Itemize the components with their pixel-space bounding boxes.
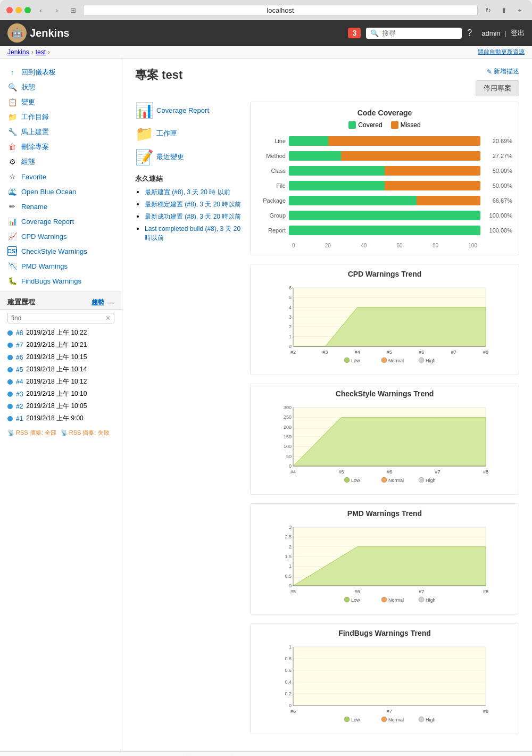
build-status-dot: [7, 392, 13, 397]
perm-links-list: 最新建置 (#8), 3 天 20 時 以前 最新穩定建置 (#8), 3 天 …: [135, 188, 242, 243]
changes-icon: 📋: [7, 97, 17, 107]
sidebar-item-open-blue-ocean[interactable]: 🌊 Open Blue Ocean: [0, 184, 122, 199]
sidebar-item-workspace[interactable]: 📁 工作目錄: [0, 110, 122, 124]
new-tab-button[interactable]: +: [514, 4, 526, 16]
logout-label[interactable]: 登出: [511, 28, 525, 38]
rss-all-link[interactable]: 📡 RSS 摘要: 全部: [7, 429, 56, 437]
svg-text:#6: #6: [419, 350, 424, 355]
sidebar-link-coverage-report[interactable]: Coverage Report: [21, 218, 74, 226]
build-link-7[interactable]: #7: [16, 342, 23, 349]
build-link-5[interactable]: #5: [16, 366, 23, 373]
sidebar-item-build-now[interactable]: 🔧 馬上建置: [0, 124, 122, 139]
build-search[interactable]: ✕: [7, 313, 114, 323]
clear-search-button[interactable]: ✕: [105, 314, 111, 322]
breadcrumb-sep1: ›: [31, 48, 34, 56]
grid-button[interactable]: ⊞: [67, 4, 79, 16]
svg-text:#7: #7: [451, 350, 456, 355]
sidebar-item-rename[interactable]: ✏ Rename: [0, 199, 122, 214]
sidebar-link-back-dashboard[interactable]: 回到儀表板: [21, 68, 56, 77]
separator: |: [505, 29, 506, 37]
minimize-button[interactable]: [15, 7, 22, 13]
sidebar-item-checkstyle-warnings[interactable]: CS! CheckStyle Warnings: [0, 244, 122, 259]
sidebar-link-changes[interactable]: 變更: [21, 97, 35, 107]
sidebar-link-workspace[interactable]: 工作目錄: [21, 112, 49, 122]
breadcrumb-jenkins[interactable]: Jenkins: [7, 48, 29, 56]
bar-wrapper: [289, 150, 480, 162]
maximize-button[interactable]: [24, 7, 31, 13]
build-link-3[interactable]: #3: [16, 391, 23, 398]
bar-covered: [289, 196, 417, 205]
close-button[interactable]: [6, 7, 13, 13]
sidebar-item-back-dashboard[interactable]: ↑ 回到儀表板: [0, 65, 122, 80]
back-button[interactable]: ‹: [35, 4, 47, 16]
sidebar-item-cpd-warnings[interactable]: 📈 CPD Warnings: [0, 229, 122, 244]
bar-bg: [289, 166, 480, 176]
new-desc-link[interactable]: ✎ 新增描述: [487, 67, 519, 76]
perm-link-3[interactable]: Last completed build (#8), 3 天 20 時以前: [145, 225, 240, 242]
recent-changes-panel-link[interactable]: 最近變更: [156, 152, 184, 162]
stop-project-button[interactable]: 停用專案: [476, 80, 519, 96]
sidebar-link-favorite[interactable]: Favorite: [21, 173, 46, 181]
search-input[interactable]: [382, 29, 451, 37]
sidebar-item-findbugs-warnings[interactable]: 🐛 FindBugs Warnings: [0, 273, 122, 288]
svg-point-82: [381, 597, 387, 602]
legend-missed: Missed: [391, 121, 421, 129]
sidebar-link-rename[interactable]: Rename: [21, 203, 47, 211]
refresh-button[interactable]: ↻: [482, 4, 494, 16]
perm-link-0[interactable]: 最新建置 (#8), 3 天 20 時 以前: [145, 188, 230, 196]
checkstyle-svg: 050100150200250300#4#5#6#7#8LowNormalHig…: [256, 402, 513, 489]
auto-refresh-link[interactable]: 開啟自動更新資源: [478, 48, 525, 56]
sidebar-link-checkstyle-warnings[interactable]: CheckStyle Warnings: [21, 247, 87, 255]
svg-text:Low: Low: [351, 358, 360, 363]
svg-text:#8: #8: [483, 589, 488, 594]
sidebar-link-status[interactable]: 狀態: [21, 82, 35, 92]
build-status-dot: [7, 330, 13, 336]
workspace-panel-link[interactable]: 工作匣: [156, 129, 177, 138]
build-link-4[interactable]: #4: [16, 378, 23, 386]
bar-pct: 27.27%: [480, 153, 512, 159]
sidebar-item-changes[interactable]: 📋 變更: [0, 95, 122, 110]
share-button[interactable]: ⬆: [498, 4, 510, 16]
search-bar[interactable]: 🔍: [366, 28, 462, 39]
breadcrumb-test[interactable]: test: [36, 48, 46, 56]
build-link-1[interactable]: #1: [16, 415, 23, 422]
admin-label[interactable]: admin: [481, 29, 500, 37]
bar-label: Report: [257, 227, 289, 234]
notification-badge[interactable]: 3: [348, 28, 361, 38]
sidebar-link-open-blue-ocean[interactable]: Open Blue Ocean: [21, 188, 76, 196]
build-search-input[interactable]: [11, 314, 105, 322]
help-icon[interactable]: ?: [467, 28, 472, 38]
code-coverage-legend: Covered Missed: [257, 121, 512, 129]
sidebar-item-delete[interactable]: 🗑 刪除專案: [0, 139, 122, 154]
svg-point-54: [381, 477, 387, 483]
svg-text:#4: #4: [290, 469, 296, 475]
sidebar-link-cpd-warnings[interactable]: CPD Warnings: [21, 232, 66, 240]
rss-fail-link[interactable]: 📡 RSS 摘要: 失敗: [61, 429, 110, 437]
trend-link[interactable]: 趨勢: [92, 298, 104, 307]
build-link-8[interactable]: #8: [16, 329, 23, 337]
coverage-report-panel-link[interactable]: Coverage Report: [156, 106, 209, 114]
sidebar-item-status[interactable]: 🔍 狀態: [0, 80, 122, 95]
jenkins-logo-icon: 🤖: [7, 23, 27, 43]
sidebar-link-build-now[interactable]: 馬上建置: [21, 127, 49, 137]
sidebar-item-pmd-warnings[interactable]: 📉 PMD Warnings: [0, 259, 122, 273]
sidebar-link-findbugs-warnings[interactable]: FindBugs Warnings: [21, 277, 81, 285]
svg-text:#7: #7: [419, 589, 424, 594]
cpd-chart-title: CPD Warnings Trend: [256, 270, 513, 278]
sidebar-item-coverage-report[interactable]: 📊 Coverage Report: [0, 214, 122, 229]
build-item-6: #6 2019/2/18 上午 10:15: [0, 351, 122, 363]
sidebar-link-configure[interactable]: 組態: [21, 157, 35, 167]
sidebar-item-favorite[interactable]: ☆ Favorite: [0, 169, 122, 184]
perm-link-2[interactable]: 最新成功建置 (#8), 3 天 20 時以前: [145, 213, 241, 220]
pmd-warnings-icon: 📉: [7, 261, 17, 271]
bar-row-class: Class 50.00%: [257, 165, 512, 177]
build-link-6[interactable]: #6: [16, 354, 23, 361]
url-bar[interactable]: localhost: [83, 5, 478, 16]
sidebar-link-pmd-warnings[interactable]: PMD Warnings: [21, 262, 68, 270]
sidebar-link-delete[interactable]: 刪除專案: [21, 142, 49, 152]
forward-button[interactable]: ›: [51, 4, 63, 16]
build-link-2[interactable]: #2: [16, 403, 23, 410]
cpd-trend-chart: CPD Warnings Trend 0123456#2#3#4#5#6#7#8…: [250, 264, 519, 375]
perm-link-1[interactable]: 最新穩定建置 (#8), 3 天 20 時以前: [145, 201, 241, 208]
sidebar-item-configure[interactable]: ⚙ 組態: [0, 154, 122, 169]
